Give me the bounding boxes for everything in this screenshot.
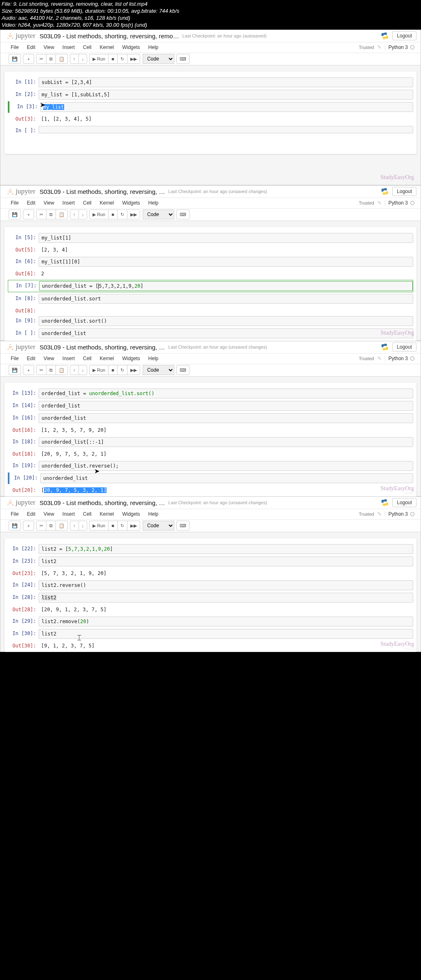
move-down-button[interactable]: ↓ <box>79 365 88 375</box>
notebook-title[interactable]: S03L09 - List methods, shorting, reversi… <box>39 188 165 195</box>
menu-widgets[interactable]: Widgets <box>118 354 144 363</box>
move-up-button[interactable]: ↑ <box>70 54 79 64</box>
code-input[interactable]: orderded_list = unorderded_list.sort() <box>39 389 413 398</box>
code-cell[interactable]: In [ ]: <box>8 125 413 134</box>
run-button[interactable]: ▶ Run <box>89 54 109 64</box>
save-button[interactable]: 💾 <box>9 54 21 64</box>
jupyter-logo[interactable]: jupyter <box>7 32 35 40</box>
edit-icon[interactable]: ✎ <box>377 44 382 50</box>
code-input[interactable]: unorderded_list <box>39 413 413 423</box>
save-button[interactable]: 💾 <box>9 365 21 375</box>
kernel-indicator[interactable]: Python 3 <box>385 44 414 50</box>
code-cell[interactable]: In [7]: unorderded_list = [5,7,3,2,1,9,2… <box>8 280 413 292</box>
menu-edit[interactable]: Edit <box>23 198 39 207</box>
restart-button[interactable]: ↻ <box>117 210 127 219</box>
code-cell[interactable]: In [30]: list2 <box>8 628 413 640</box>
menu-insert[interactable]: Insert <box>58 198 79 207</box>
menu-kernel[interactable]: Kernel <box>96 354 118 363</box>
code-input[interactable] <box>39 126 413 133</box>
notebook-area[interactable]: In [5]: my_list[1] Out[5]: [2, 3, 4] In … <box>5 227 416 344</box>
move-up-button[interactable]: ↑ <box>70 521 79 531</box>
code-cell[interactable]: In [14]: orderded_list <box>8 400 413 412</box>
jupyter-logo[interactable]: jupyter <box>7 187 35 196</box>
code-input[interactable]: unorderded_list = [5,7,3,2,1,9,20] <box>39 281 413 291</box>
menu-edit[interactable]: Edit <box>23 354 39 363</box>
code-input[interactable]: orderded_list <box>39 401 413 411</box>
interrupt-button[interactable]: ■ <box>108 54 118 64</box>
cut-button[interactable]: ✂ <box>36 210 46 219</box>
save-button[interactable]: 💾 <box>9 521 21 531</box>
menu-help[interactable]: Help <box>144 198 163 207</box>
run-button[interactable]: ▶ Run <box>89 521 109 531</box>
menu-cell[interactable]: Cell <box>79 198 96 207</box>
add-cell-button[interactable]: ＋ <box>23 210 34 219</box>
menu-file[interactable]: File <box>7 354 23 363</box>
copy-button[interactable]: ⧉ <box>46 521 56 531</box>
add-cell-button[interactable]: ＋ <box>23 521 34 531</box>
paste-button[interactable]: 📋 <box>56 54 68 64</box>
command-palette-button[interactable]: ⌨ <box>176 521 190 531</box>
menu-edit[interactable]: Edit <box>23 43 39 52</box>
menu-file[interactable]: File <box>7 198 23 207</box>
cell-type-select[interactable]: Code <box>143 521 174 531</box>
notebook-area[interactable]: In [13]: orderded_list = unorderded_list… <box>5 383 416 510</box>
code-cell[interactable]: In [1]: subList = [2,3,4] <box>8 77 413 88</box>
code-cell[interactable]: In [19]: unorderded_list.reverse(); <box>8 460 413 472</box>
code-input[interactable]: subList = [2,3,4] <box>39 77 413 87</box>
menu-widgets[interactable]: Widgets <box>118 510 144 519</box>
move-down-button[interactable]: ↓ <box>79 521 88 531</box>
cut-button[interactable]: ✂ <box>36 365 46 375</box>
menu-cell[interactable]: Cell <box>79 354 96 363</box>
menu-file[interactable]: File <box>7 43 23 52</box>
kernel-indicator[interactable]: Python 3 <box>385 200 414 206</box>
restart-run-button[interactable]: ▶▶ <box>127 521 140 531</box>
notebook-area[interactable]: In [1]: subList = [2,3,4] In [2]: my_lis… <box>5 72 416 154</box>
menu-file[interactable]: File <box>7 510 23 519</box>
code-cell[interactable]: In [ ]: unorderded_list <box>8 328 413 339</box>
interrupt-button[interactable]: ■ <box>108 210 118 219</box>
add-cell-button[interactable]: ＋ <box>23 54 34 64</box>
menu-kernel[interactable]: Kernel <box>96 198 118 207</box>
move-up-button[interactable]: ↑ <box>70 210 79 219</box>
logout-button[interactable]: Logout <box>392 31 416 40</box>
run-button[interactable]: ▶ Run <box>89 210 109 219</box>
code-input[interactable]: unorderded_list <box>39 328 413 338</box>
run-button[interactable]: ▶ Run <box>89 365 109 375</box>
menu-view[interactable]: View <box>39 198 58 207</box>
code-input[interactable]: unorderded_list.sort() <box>39 316 413 326</box>
kernel-indicator[interactable]: Python 3 <box>385 511 414 517</box>
code-input[interactable]: list2.remove(20) <box>39 617 413 626</box>
code-input[interactable]: my_list[1][0] <box>39 257 413 267</box>
code-input[interactable]: my_list[1] <box>39 233 413 243</box>
code-input[interactable]: list2 <box>39 593 413 603</box>
code-input[interactable]: unorderded_list <box>40 473 413 483</box>
code-input[interactable]: my_list <box>40 102 413 112</box>
code-cell[interactable]: In [18]: unorderded_list[::-1] <box>8 436 413 448</box>
restart-button[interactable]: ↻ <box>117 365 127 375</box>
menu-edit[interactable]: Edit <box>23 510 39 519</box>
menu-insert[interactable]: Insert <box>58 510 79 519</box>
edit-icon[interactable]: ✎ <box>377 200 382 206</box>
notebook-title[interactable]: S03L09 - List methods, shorting, reversi… <box>39 499 165 506</box>
restart-run-button[interactable]: ▶▶ <box>127 54 140 64</box>
menu-help[interactable]: Help <box>144 354 163 363</box>
code-cell[interactable]: In [22]: list2 = [5,7,3,2,1,9,20] <box>8 543 413 555</box>
code-cell[interactable]: In [3]: my_list <box>8 101 413 113</box>
menu-help[interactable]: Help <box>144 510 163 519</box>
code-cell[interactable]: In [20]: unorderded_list <box>8 473 413 484</box>
code-cell[interactable]: In [13]: orderded_list = unorderded_list… <box>8 388 413 399</box>
code-input[interactable]: my_list = [1,subList,5] <box>39 90 413 100</box>
save-button[interactable]: 💾 <box>9 210 21 219</box>
jupyter-logo[interactable]: jupyter <box>7 343 35 351</box>
move-down-button[interactable]: ↓ <box>79 210 88 219</box>
edit-icon[interactable]: ✎ <box>377 511 382 517</box>
code-cell[interactable]: In [28]: list2 <box>8 592 413 603</box>
cell-type-select[interactable]: Code <box>143 210 174 219</box>
move-down-button[interactable]: ↓ <box>79 54 88 64</box>
menu-cell[interactable]: Cell <box>79 510 96 519</box>
menu-widgets[interactable]: Widgets <box>118 43 144 52</box>
cut-button[interactable]: ✂ <box>36 521 46 531</box>
menu-view[interactable]: View <box>39 510 58 519</box>
menu-insert[interactable]: Insert <box>58 354 79 363</box>
jupyter-logo[interactable]: jupyter <box>7 498 35 507</box>
